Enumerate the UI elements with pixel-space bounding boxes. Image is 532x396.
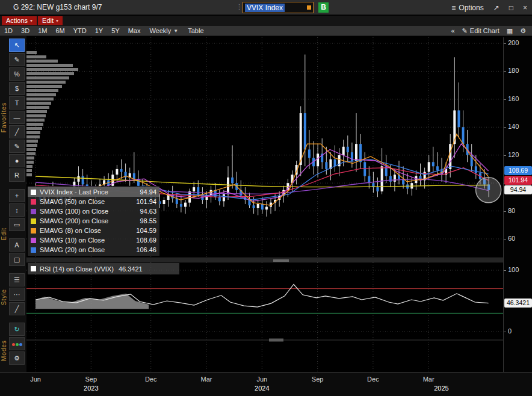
- refresh-tool[interactable]: ↻: [9, 323, 25, 336]
- news-badge[interactable]: B: [318, 2, 329, 13]
- actions-menu[interactable]: Actions ▾: [2, 16, 37, 25]
- axis-tick: [504, 99, 506, 100]
- toolbar-right: « ✎ Edit Chart ▦ ⚙: [451, 27, 532, 35]
- ticker-value: VVIX Index: [245, 4, 285, 12]
- highlight-circle: [476, 178, 501, 203]
- close-icon[interactable]: ×: [523, 4, 527, 12]
- legend-swatch-icon: [31, 238, 36, 243]
- rectangle-tool[interactable]: ▢: [9, 253, 25, 266]
- actions-label: Actions: [6, 16, 28, 25]
- range-3D[interactable]: 3D: [17, 27, 34, 34]
- legend-label: VVIX Index - Last Price: [40, 188, 108, 196]
- rsi-legend[interactable]: RSI (14) on Close (VVIX)46.3421: [28, 263, 179, 274]
- axis-tick: [504, 127, 506, 128]
- price-badge-101.94: 101.94: [504, 176, 532, 185]
- chart-grid-icon[interactable]: ▦: [507, 27, 513, 35]
- time-tick-Jun: Jun: [253, 376, 271, 383]
- legend-row-smavg20[interactable]: SMAVG (20) on Close106.46: [28, 245, 159, 255]
- time-axis[interactable]: JunSepDecMarJunSepDecMar202320242025: [0, 372, 532, 396]
- divider-grip[interactable]: [273, 259, 289, 262]
- range-6M[interactable]: 6M: [51, 27, 69, 34]
- range-YTD[interactable]: YTD: [69, 27, 91, 34]
- time-tick-Dec: Dec: [142, 376, 160, 383]
- diagonal-tool[interactable]: ╱: [9, 302, 25, 315]
- field-handle-icon[interactable]: [307, 5, 311, 10]
- scroll-grip[interactable]: [269, 339, 283, 342]
- price-axis-label: 160: [508, 95, 519, 102]
- price-axis-label: 140: [508, 123, 519, 130]
- time-tick-Sep: Sep: [82, 376, 100, 383]
- edit-menu[interactable]: Edit ▾: [38, 16, 63, 25]
- candle-body: [223, 194, 225, 202]
- range-1Y[interactable]: 1Y: [91, 27, 107, 34]
- note-price-tool[interactable]: $: [9, 82, 25, 95]
- legend-row-smavg200[interactable]: SMAVG (200) on Close98.55: [28, 216, 159, 226]
- legend-row-last[interactable]: VVIX Index - Last Price94.94: [28, 187, 159, 197]
- annotate-pencil-tool[interactable]: ✎: [9, 53, 25, 66]
- candle-body: [334, 159, 336, 167]
- ticker-field[interactable]: VVIX Index: [243, 2, 314, 13]
- legend-row-smavg50[interactable]: SMAVG (50) on Close101.94: [28, 197, 159, 206]
- layers-tool[interactable]: ☰: [9, 273, 25, 286]
- popout-icon[interactable]: ↗: [493, 4, 500, 12]
- candle-body: [78, 176, 80, 182]
- candle-body: [432, 162, 435, 166]
- text-label-tool[interactable]: A: [9, 238, 25, 252]
- candle-body: [253, 205, 255, 208]
- crosshair-tool[interactable]: +: [9, 189, 25, 202]
- candle-body: [231, 178, 234, 183]
- horizontal-line-tool[interactable]: ―: [9, 111, 25, 124]
- palette-tool[interactable]: [9, 337, 25, 350]
- collapse-icon[interactable]: «: [451, 27, 454, 34]
- pencil-icon: ✎: [462, 27, 468, 35]
- dots-tool[interactable]: ⋯: [9, 288, 25, 301]
- range-1M[interactable]: 1M: [34, 27, 51, 34]
- draw-pencil-tool[interactable]: ✎: [9, 140, 25, 153]
- legend-row-smavg100[interactable]: SMAVG (100) on Close94.63: [28, 206, 159, 216]
- rsi-axis-label: 0: [508, 327, 512, 335]
- price-axis[interactable]: 2001801601401201008060108.69101.9494.941…: [503, 37, 532, 372]
- time-tick-Mar: Mar: [419, 376, 438, 383]
- legend-swatch-icon: [31, 190, 36, 195]
- options-menu[interactable]: ≡ Options: [451, 4, 483, 12]
- candle-body: [363, 162, 366, 176]
- legend-label: SMAVG (10) on Close: [40, 237, 105, 244]
- panel-divider[interactable]: [26, 258, 503, 262]
- legend-row-emavg8[interactable]: EMAVG (8) on Close104.59: [28, 226, 159, 235]
- candle-body: [197, 187, 199, 194]
- ellipse-tool[interactable]: ●: [9, 154, 25, 167]
- price-axis-label: 120: [508, 151, 519, 158]
- range-Max[interactable]: Max: [124, 27, 145, 34]
- trend-line-tool[interactable]: ╱: [9, 125, 25, 138]
- cursor-tool[interactable]: ↖: [9, 39, 25, 52]
- legend-value: 106.46: [136, 246, 156, 253]
- options-label: Options: [459, 4, 483, 12]
- legend-row-smavg10[interactable]: SMAVG (10) on Close108.69: [28, 235, 159, 245]
- note-percent-tool[interactable]: %: [9, 67, 25, 81]
- range-5Y[interactable]: 5Y: [107, 27, 123, 34]
- gear-icon[interactable]: ⚙: [520, 27, 526, 35]
- time-tick-Mar: Mar: [197, 376, 215, 383]
- rsi-panel-canvas[interactable]: [26, 262, 503, 372]
- legend-value: 101.94: [136, 198, 156, 205]
- candle-body: [261, 204, 264, 209]
- legend-label: SMAVG (20) on Close: [40, 246, 105, 253]
- edit-chart-button[interactable]: ✎ Edit Chart: [462, 27, 500, 35]
- period-dropdown[interactable]: Weekly ▼: [144, 27, 183, 34]
- sidebar-section-edit: Edit: [1, 227, 7, 240]
- text-tool[interactable]: T: [9, 96, 25, 110]
- price-axis-label: 80: [508, 207, 515, 214]
- candle-body: [457, 110, 460, 127]
- price-badge-94.94: 94.94: [504, 185, 532, 194]
- price-axis-label: 200: [508, 39, 519, 46]
- maximize-icon[interactable]: □: [509, 4, 513, 12]
- table-button[interactable]: Table: [183, 27, 208, 34]
- settings-tool[interactable]: ⚙: [9, 351, 25, 365]
- range-1D[interactable]: 1D: [0, 27, 17, 34]
- period-label: Weekly: [149, 27, 171, 34]
- window-title: G 292: NEW g153 chart 9/7: [13, 3, 102, 11]
- retracement-tool[interactable]: R: [9, 169, 25, 182]
- eraser-tool[interactable]: ▭: [9, 218, 25, 231]
- move-tool[interactable]: ↕: [9, 203, 25, 217]
- candle-body: [475, 166, 477, 173]
